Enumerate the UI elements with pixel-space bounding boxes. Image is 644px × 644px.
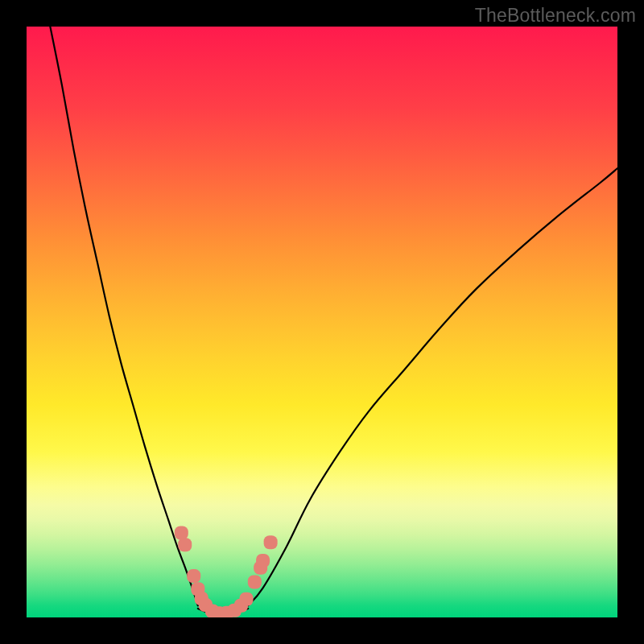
marker-point — [248, 575, 262, 588]
marker-point — [187, 569, 200, 583]
marker-point — [256, 554, 270, 568]
plot-area — [27, 27, 617, 617]
chart-svg — [27, 27, 617, 617]
marker-point — [175, 526, 188, 540]
marker-point — [178, 538, 192, 551]
marker-point — [240, 592, 254, 606]
chart-frame: TheBottleneck.com — [0, 0, 644, 644]
marker-group — [175, 526, 278, 617]
watermark-text: TheBottleneck.com — [475, 5, 636, 27]
curve-left-branch — [50, 27, 198, 605]
marker-point — [264, 535, 278, 549]
curve-right-branch — [248, 168, 617, 605]
